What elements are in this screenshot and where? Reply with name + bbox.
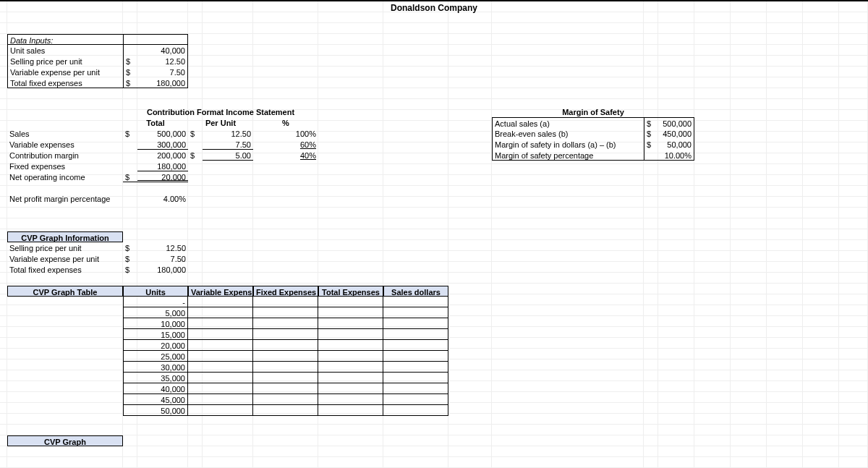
currency: $ (123, 253, 137, 264)
cfis-title: Contribution Format Income Statement (123, 106, 318, 117)
data-inputs-header: Data Inputs: (7, 34, 123, 45)
value: 40% (253, 150, 318, 161)
units-cell: 45,000 (123, 394, 188, 405)
value: 500,000 (658, 117, 694, 128)
row-label: Margin of safety in dollars (a) – (b) (492, 139, 644, 150)
currency: $ (188, 150, 203, 161)
units-cell: 35,000 (123, 373, 188, 383)
units-cell: 40,000 (123, 383, 188, 394)
units-cell: - (123, 297, 188, 307)
currency: $ (644, 139, 658, 150)
currency (644, 150, 658, 161)
value: 12.50 (137, 56, 188, 67)
units-cell: 30,000 (123, 362, 188, 373)
row-label: Variable expenses (7, 139, 123, 150)
col-header: % (253, 117, 318, 128)
units-cell: 10,000 (123, 318, 188, 329)
row-label: Contribution margin (7, 150, 123, 161)
currency: $ (188, 128, 203, 139)
value: 12.50 (203, 128, 253, 139)
units-cell: 25,000 (123, 351, 188, 362)
data-inputs-block: Data Inputs: Unit sales 40,000 Selling p… (7, 34, 188, 88)
page-title: Donaldson Company (0, 1, 868, 16)
currency: $ (644, 128, 658, 139)
value: 12.50 (137, 242, 188, 253)
cvp-table-block: CVP Graph Table Units Variable Expenses … (7, 286, 448, 416)
value: 4.00% (137, 193, 188, 204)
value: 50,000 (658, 139, 694, 150)
units-cell: 5,000 (123, 307, 188, 318)
row-label: Break-even sales (b) (492, 128, 644, 139)
value: 20,000 (137, 171, 188, 182)
label: Selling price per unit (7, 56, 123, 67)
cvp-table-rows: - 5,000 10,000 15,000 20,000 25,000 30,0… (7, 297, 448, 416)
col-header: Sales dollars (383, 286, 448, 297)
value: 5.00 (203, 150, 253, 161)
currency: $ (644, 117, 658, 128)
row-label: Margin of safety percentage (492, 150, 644, 161)
value: 180,000 (137, 161, 188, 171)
value: 180,000 (137, 77, 188, 88)
currency: $ (123, 67, 137, 77)
col-header: Fixed Expenses (253, 286, 318, 297)
value: 300,000 (137, 139, 188, 150)
units-cell: 15,000 (123, 329, 188, 340)
col-header: Variable Expenses (188, 286, 253, 297)
label: Total fixed expenses (7, 264, 123, 275)
value: 60% (253, 139, 318, 150)
cvp-info-block: CVP Graph Information Selling price per … (7, 231, 188, 275)
row-label: Net operating income (7, 171, 123, 182)
label: Variable expense per unit (7, 253, 123, 264)
label: Unit sales (7, 45, 123, 56)
currency: $ (123, 264, 137, 275)
label: Total fixed expenses (7, 77, 123, 88)
value: 180,000 (137, 264, 188, 275)
cvp-graph-header: CVP Graph (7, 435, 123, 446)
units-cell: 50,000 (123, 405, 188, 416)
currency: $ (123, 171, 137, 182)
value: 200,000 (137, 150, 188, 161)
col-header: Total (123, 117, 188, 128)
value: 7.50 (203, 139, 253, 150)
currency: $ (123, 242, 137, 253)
units-cell: 20,000 (123, 340, 188, 351)
value: 10.00% (658, 150, 694, 161)
value: 500,000 (137, 128, 188, 139)
mos-block: Margin of Safety Actual sales (a) $ 500,… (492, 106, 694, 161)
spreadsheet[interactable]: Donaldson Company Data Inputs: Unit sale… (0, 0, 868, 468)
label: Variable expense per unit (7, 67, 123, 77)
row-label: Fixed expenses (7, 161, 123, 171)
label: Selling price per unit (7, 242, 123, 253)
row-label: Net profit margin percentage (7, 193, 123, 204)
cfis-block: Contribution Format Income Statement Tot… (7, 106, 318, 204)
col-header: Units (123, 286, 188, 297)
currency: $ (123, 77, 137, 88)
value: 450,000 (658, 128, 694, 139)
cvp-info-header: CVP Graph Information (7, 231, 123, 242)
value: 7.50 (137, 253, 188, 264)
currency: $ (123, 56, 137, 67)
currency: $ (123, 128, 137, 139)
col-header: Total Expenses (318, 286, 383, 297)
value: 100% (253, 128, 318, 139)
col-header: Per Unit (188, 117, 253, 128)
row-label: Actual sales (a) (492, 117, 644, 128)
currency (123, 45, 137, 56)
row-label: Sales (7, 128, 123, 139)
mos-title: Margin of Safety (492, 106, 694, 117)
value: 7.50 (137, 67, 188, 77)
value: 40,000 (137, 45, 188, 56)
cvp-table-title: CVP Graph Table (7, 286, 123, 297)
